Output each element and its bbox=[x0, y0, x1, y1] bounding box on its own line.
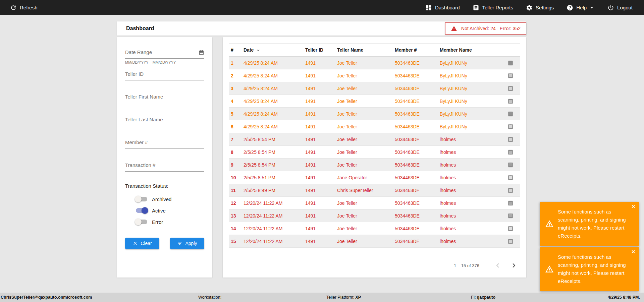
receipt-icon[interactable] bbox=[500, 111, 520, 117]
gear-icon bbox=[526, 4, 533, 11]
toggle-error[interactable]: Error bbox=[125, 216, 204, 228]
receipt-icon[interactable] bbox=[500, 124, 520, 130]
row-member-number: 5034463DE bbox=[393, 99, 438, 104]
table-row[interactable]: 7 2/5/25 8:54 PM 1491 Joe Teller 5034463… bbox=[229, 133, 520, 146]
date-range-input[interactable] bbox=[125, 47, 204, 59]
col-teller-id: Teller ID bbox=[303, 47, 335, 53]
row-teller-name: Joe Teller bbox=[335, 149, 393, 155]
table-header: # Date Teller ID Teller Name Member # Me… bbox=[229, 43, 520, 57]
row-member-name: lholmes bbox=[438, 213, 500, 219]
row-date: 4/29/25 8:24 AM bbox=[241, 124, 303, 129]
teller-platform: Teller Platform:XP bbox=[326, 295, 361, 300]
receipt-icon[interactable] bbox=[500, 60, 520, 66]
refresh-icon bbox=[10, 4, 17, 11]
teller-first-name-input[interactable] bbox=[125, 92, 204, 103]
fi-value: qaxpauto bbox=[477, 295, 496, 300]
receipt-icon[interactable] bbox=[500, 213, 520, 219]
row-teller-id: 1491 bbox=[303, 162, 335, 168]
row-date: 12/20/24 11:22 AM bbox=[241, 200, 303, 206]
row-teller-id: 1491 bbox=[303, 124, 335, 129]
receipt-icon[interactable] bbox=[500, 98, 520, 104]
receipt-icon[interactable] bbox=[500, 175, 520, 181]
refresh-button[interactable]: Refresh bbox=[10, 4, 38, 11]
nav-dashboard[interactable]: Dashboard bbox=[425, 4, 460, 11]
row-date: 4/29/25 8:24 AM bbox=[241, 99, 303, 104]
row-number: 5 bbox=[229, 111, 241, 117]
receipt-icon[interactable] bbox=[500, 226, 520, 232]
receipt-icon[interactable] bbox=[500, 238, 520, 244]
table-row[interactable]: 4 4/29/25 8:24 AM 1491 Joe Teller 503446… bbox=[229, 95, 520, 108]
active-switch[interactable] bbox=[136, 208, 147, 213]
row-teller-id: 1491 bbox=[303, 149, 335, 155]
row-member-number: 5034463DE bbox=[393, 188, 438, 193]
receipt-icon[interactable] bbox=[500, 187, 520, 193]
badge-error-count: Error: 352 bbox=[500, 26, 521, 31]
toast-notification: Some functions such as scanning, printin… bbox=[540, 202, 639, 246]
apply-button[interactable]: Apply bbox=[170, 238, 204, 249]
clear-button[interactable]: Clear bbox=[125, 238, 159, 249]
user-email: ChrisSuperTeller@qaxpauto.onmicrosoft.co… bbox=[1, 295, 92, 300]
toast-close-button[interactable]: ✕ bbox=[631, 204, 635, 209]
receipt-icon[interactable] bbox=[500, 136, 520, 142]
receipt-icon[interactable] bbox=[500, 85, 520, 92]
teller-reports-icon bbox=[473, 4, 479, 11]
badge-not-archived: Not Archived: 24 bbox=[461, 26, 496, 31]
receipt-icon[interactable] bbox=[500, 162, 520, 168]
archived-switch[interactable] bbox=[136, 197, 147, 201]
table-row[interactable]: 6 4/29/25 8:24 AM 1491 Joe Teller 503446… bbox=[229, 120, 520, 133]
toast-stack: Some functions such as scanning, printin… bbox=[540, 202, 639, 291]
row-teller-name: Joe Teller bbox=[335, 213, 393, 219]
row-teller-name: Joe Teller bbox=[335, 226, 393, 231]
switch-thumb bbox=[135, 219, 142, 225]
nav-settings[interactable]: Settings bbox=[526, 4, 554, 11]
filter-icon bbox=[177, 241, 182, 246]
row-date: 2/5/25 8:49 PM bbox=[241, 188, 303, 193]
nav-logout[interactable]: Logout bbox=[607, 4, 633, 11]
nav-teller-reports[interactable]: Teller Reports bbox=[473, 4, 514, 11]
receipt-icon[interactable] bbox=[500, 73, 520, 79]
nav-help[interactable]: Help bbox=[567, 4, 595, 11]
filter-panel: MM/DD/YYYY – MM/DD/YYYY Transaction Stat… bbox=[117, 37, 212, 278]
row-teller-name: Joe Teller bbox=[335, 124, 393, 129]
transaction-number-input[interactable] bbox=[125, 160, 204, 172]
row-teller-name: Joe Teller bbox=[335, 73, 393, 78]
row-teller-name: Joe Teller bbox=[335, 239, 393, 244]
previous-page-button[interactable] bbox=[493, 261, 502, 270]
receipt-icon[interactable] bbox=[500, 149, 520, 155]
row-date: 12/20/24 11:22 AM bbox=[241, 239, 303, 244]
chevron-left-icon bbox=[493, 261, 502, 270]
table-row[interactable]: 15 12/20/24 11:22 AM 1491 Joe Teller 503… bbox=[229, 235, 520, 248]
warning-icon bbox=[545, 265, 554, 274]
error-switch[interactable] bbox=[136, 220, 147, 224]
col-teller-name: Teller Name bbox=[335, 47, 393, 53]
col-date[interactable]: Date bbox=[241, 47, 303, 53]
table-row[interactable]: 11 2/5/25 8:49 PM 1491 Chris SuperTeller… bbox=[229, 184, 520, 197]
row-member-name: ByLyJI KUNy bbox=[438, 73, 500, 78]
toast-message: Some functions such as scanning, printin… bbox=[558, 208, 634, 240]
nav-settings-label: Settings bbox=[536, 5, 554, 10]
table-row[interactable]: 14 12/20/24 11:22 AM 1491 Joe Teller 503… bbox=[229, 222, 520, 235]
row-number: 8 bbox=[229, 149, 241, 155]
next-page-button[interactable] bbox=[509, 261, 518, 270]
receipt-icon[interactable] bbox=[500, 200, 520, 206]
table-row[interactable]: 12 12/20/24 11:22 AM 1491 Joe Teller 503… bbox=[229, 197, 520, 209]
table-row[interactable]: 13 12/20/24 11:22 AM 1491 Joe Teller 503… bbox=[229, 209, 520, 222]
dashboard-icon bbox=[425, 4, 432, 11]
table-row[interactable]: 9 2/5/25 8:54 PM 1491 Joe Teller 5034463… bbox=[229, 159, 520, 171]
table-row[interactable]: 5 4/29/25 8:24 AM 1491 Joe Teller 503446… bbox=[229, 108, 520, 120]
table-row[interactable]: 10 2/5/25 8:51 PM 1491 Jane Operator 503… bbox=[229, 171, 520, 184]
row-member-name: ByLyJI KUNy bbox=[438, 86, 500, 91]
table-row[interactable]: 1 4/29/25 8:24 AM 1491 Joe Teller 503446… bbox=[229, 57, 520, 69]
table-row[interactable]: 2 4/29/25 8:24 AM 1491 Joe Teller 503446… bbox=[229, 69, 520, 82]
teller-id-input[interactable] bbox=[125, 69, 204, 80]
table-row[interactable]: 3 4/29/25 8:24 AM 1491 Joe Teller 503446… bbox=[229, 82, 520, 95]
row-member-number: 5034463DE bbox=[393, 213, 438, 219]
teller-last-name-input[interactable] bbox=[125, 115, 204, 126]
transaction-status-label: Transaction Status: bbox=[125, 183, 204, 189]
member-number-input[interactable] bbox=[125, 137, 204, 149]
toggle-archived[interactable]: Archived bbox=[125, 193, 204, 205]
table-row[interactable]: 8 2/5/25 8:54 PM 1491 Joe Teller 5034463… bbox=[229, 146, 520, 159]
calendar-icon[interactable] bbox=[199, 50, 204, 55]
toggle-active[interactable]: Active bbox=[125, 205, 204, 216]
toast-close-button[interactable]: ✕ bbox=[631, 249, 635, 254]
